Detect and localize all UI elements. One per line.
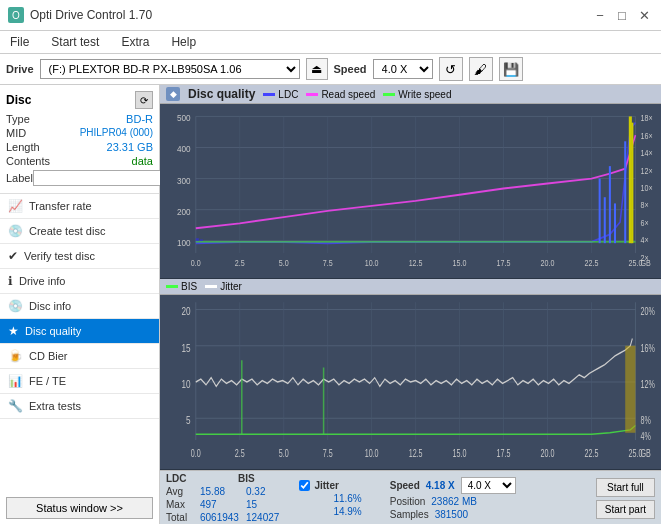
start-part-button[interactable]: Start part [596,500,655,519]
app-icon: O [8,7,24,23]
speed-header: Speed [390,480,420,491]
transfer-rate-icon: 📈 [8,199,23,213]
sidebar-item-verify-test-disc[interactable]: ✔ Verify test disc [0,244,159,269]
start-full-button[interactable]: Start full [596,478,655,497]
sidebar-item-cd-bier[interactable]: 🍺 CD Bier [0,344,159,369]
mid-value: PHILPR04 (000) [80,127,153,139]
jitter-checkbox[interactable] [299,480,310,491]
svg-text:8%: 8% [641,415,651,427]
sidebar-item-disc-info[interactable]: 💿 Disc info [0,294,159,319]
jitter-header: Jitter [314,480,338,491]
svg-text:17.5: 17.5 [497,258,511,268]
disc-refresh-btn[interactable]: ⟳ [135,91,153,109]
stats-bar: LDC BIS Avg 15.88 0.32 Max 497 15 Total … [160,470,661,524]
max-jitter: 14.9% [333,506,361,517]
refresh-button[interactable]: ↺ [439,57,463,81]
svg-text:8×: 8× [641,201,649,211]
cd-bier-icon: 🍺 [8,349,23,363]
legend-jitter: Jitter [205,281,242,292]
sidebar-item-extra-tests[interactable]: 🔧 Extra tests [0,394,159,419]
speed-select-stats[interactable]: 4.0 X [461,477,516,494]
menu-extra[interactable]: Extra [115,33,155,51]
avg-ldc: 15.88 [200,486,242,497]
maximize-button[interactable]: □ [613,6,631,24]
eject-button[interactable]: ⏏ [306,58,328,80]
svg-text:400: 400 [177,144,191,155]
title-bar-left: O Opti Drive Control 1.70 [8,7,152,23]
drive-info-icon: ℹ [8,274,13,288]
status-window-btn[interactable]: Status window >> [6,497,153,519]
svg-text:12%: 12% [641,379,655,391]
disc-quality-label: Disc quality [25,325,81,337]
chart-legend2: BIS Jitter [166,281,242,292]
chart-legend1: LDC Read speed Write speed [263,89,451,100]
disc-info-label: Disc info [29,300,71,312]
svg-text:22.5: 22.5 [585,448,599,460]
sidebar-item-create-test-disc[interactable]: 💿 Create test disc [0,219,159,244]
position-label: Position [390,496,426,507]
menu-start-test[interactable]: Start test [45,33,105,51]
minimize-button[interactable]: − [591,6,609,24]
disc-label-input[interactable] [33,170,166,186]
paint-button[interactable]: 🖌 [469,57,493,81]
svg-text:18×: 18× [641,114,653,124]
speed-select[interactable]: 4.0 X [373,59,433,79]
total-ldc: 6061943 [200,512,242,523]
type-label: Type [6,113,30,125]
menu-help[interactable]: Help [165,33,202,51]
drive-select[interactable]: (F:) PLEXTOR BD-R PX-LB950SA 1.06 [40,59,300,79]
bis-col-header: BIS [238,473,278,484]
close-button[interactable]: ✕ [635,6,653,24]
svg-text:2×: 2× [641,253,649,263]
svg-text:10×: 10× [641,183,653,193]
transfer-rate-label: Transfer rate [29,200,92,212]
title-bar-controls: − □ ✕ [591,6,653,24]
legend-read-speed: Read speed [306,89,375,100]
legend-bis: BIS [166,281,197,292]
fe-te-icon: 📊 [8,374,23,388]
svg-text:16%: 16% [641,342,655,354]
sidebar: Disc ⟳ Type BD-R MID PHILPR04 (000) Leng… [0,85,160,524]
cd-bier-label: CD Bier [29,350,68,362]
legend-jitter-label: Jitter [220,281,242,292]
svg-text:20%: 20% [641,306,655,318]
speed-label: Speed [334,63,367,75]
sidebar-item-transfer-rate[interactable]: 📈 Transfer rate [0,194,159,219]
charts-wrapper: 500 400 300 200 100 0.0 2.5 5.0 7.5 10.0… [160,104,661,470]
legend-read-speed-label: Read speed [321,89,375,100]
samples-value: 381500 [435,509,468,520]
svg-text:4%: 4% [641,431,651,443]
drive-label: Drive [6,63,34,75]
svg-text:7.5: 7.5 [323,448,333,460]
svg-text:5: 5 [186,414,191,427]
legend-ldc: LDC [263,89,298,100]
chart-title: Disc quality [188,87,255,101]
disc-title: Disc [6,93,31,107]
sidebar-item-fe-te[interactable]: 📊 FE / TE [0,369,159,394]
svg-text:10.0: 10.0 [365,448,379,460]
save-button[interactable]: 💾 [499,57,523,81]
avg-bis: 0.32 [246,486,276,497]
menu-file[interactable]: File [4,33,35,51]
svg-text:GB: GB [641,448,651,460]
legend-bis-label: BIS [181,281,197,292]
content-area: ◆ Disc quality LDC Read speed Write spee… [160,85,661,524]
sidebar-item-disc-quality[interactable]: ★ Disc quality [0,319,159,344]
svg-text:2.5: 2.5 [235,448,245,460]
svg-text:6×: 6× [641,218,649,228]
total-label: Total [166,512,196,523]
toolbar: Drive (F:) PLEXTOR BD-R PX-LB950SA 1.06 … [0,54,661,85]
app-title: Opti Drive Control 1.70 [30,8,152,22]
max-ldc: 497 [200,499,242,510]
samples-label: Samples [390,509,429,520]
verify-test-disc-label: Verify test disc [24,250,95,262]
position-value: 23862 MB [431,496,477,507]
contents-label: Contents [6,155,50,167]
title-bar: O Opti Drive Control 1.70 − □ ✕ [0,0,661,31]
sidebar-item-drive-info[interactable]: ℹ Drive info [0,269,159,294]
create-test-disc-label: Create test disc [29,225,105,237]
bottom-chart: 20 15 10 5 0.0 2.5 5.0 7.5 10.0 12.5 15.… [160,295,661,470]
menu-bar: File Start test Extra Help [0,31,661,54]
legend-write-speed: Write speed [383,89,451,100]
svg-text:16×: 16× [641,131,653,141]
